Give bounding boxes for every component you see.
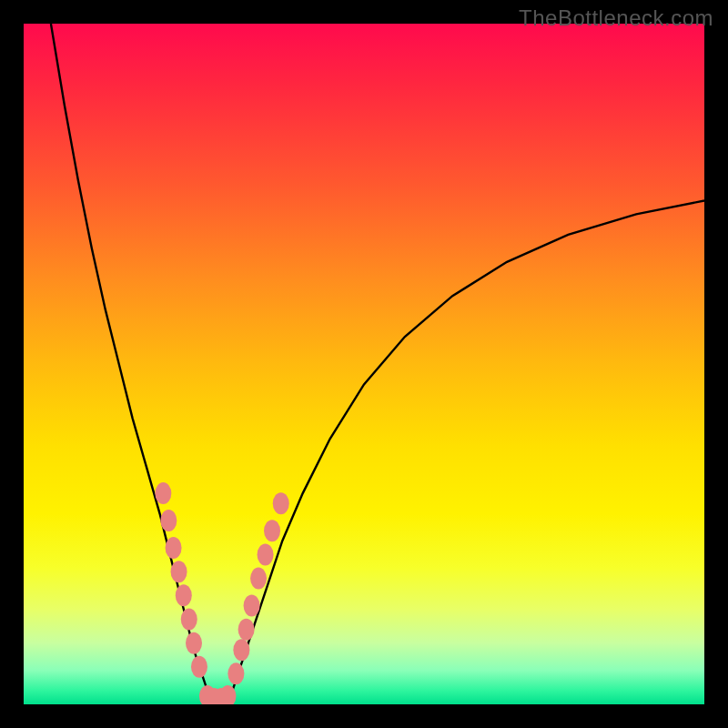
marker-dot <box>273 492 289 514</box>
marker-dot <box>181 609 197 631</box>
marker-dot <box>238 619 255 641</box>
curve-right-curve <box>228 200 704 704</box>
marker-dot <box>171 561 187 582</box>
marker-dot <box>233 639 249 661</box>
marker-dot <box>199 685 216 704</box>
marker-dot <box>244 595 260 617</box>
curves-layer <box>24 24 704 704</box>
plot-area <box>24 24 704 704</box>
marker-dot <box>228 662 244 684</box>
marker-dot <box>206 688 222 704</box>
marker-dot <box>264 520 280 541</box>
marker-dot <box>191 656 207 678</box>
marker-group <box>155 482 288 704</box>
marker-dot <box>213 688 229 704</box>
marker-dot <box>258 543 274 565</box>
marker-dot <box>186 632 202 654</box>
marker-dot <box>219 685 236 704</box>
watermark-text: TheBottleneck.com <box>519 5 713 31</box>
marker-dot <box>176 584 192 606</box>
marker-dot <box>160 510 177 531</box>
curve-group <box>51 24 704 704</box>
marker-dot <box>250 568 267 590</box>
chart-frame: TheBottleneck.com <box>0 0 728 728</box>
marker-dot <box>155 482 171 504</box>
curve-left-curve <box>51 24 215 704</box>
marker-dot <box>166 537 182 559</box>
